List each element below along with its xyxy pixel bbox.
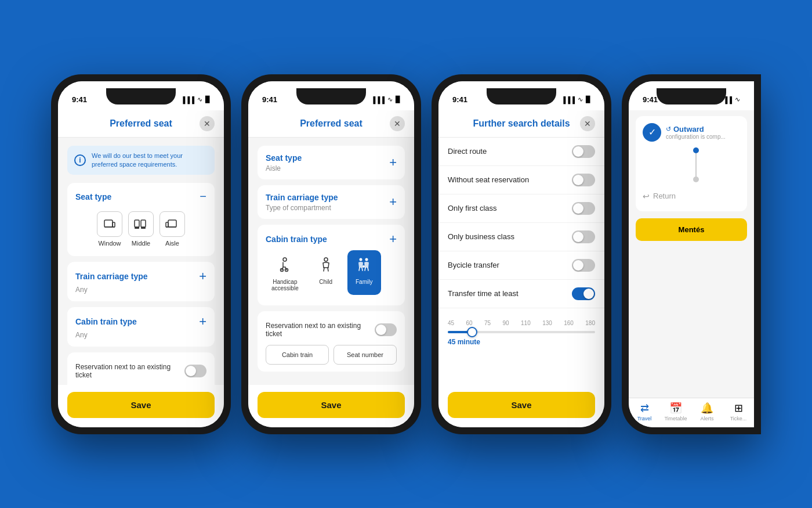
save-button-3[interactable]: Save — [448, 392, 595, 418]
timetable-icon: 📅 — [669, 402, 682, 415]
cabin-train-btn-2[interactable]: Cabin train — [266, 345, 329, 365]
info-icon-1: i — [74, 154, 86, 166]
tab-ticket[interactable]: ⊞ Ticke... — [723, 402, 754, 421]
family-option[interactable]: Family — [347, 250, 381, 295]
seat-type-expand[interactable]: + — [389, 155, 397, 170]
svg-line-22 — [368, 268, 368, 271]
status-icons-3: ▐▐▐ ∿ ▉ — [561, 96, 590, 103]
seat-type-section: Seat type − Window — [67, 183, 215, 256]
reservation-toggle[interactable] — [184, 365, 206, 377]
train-carriage-add[interactable]: + — [199, 269, 206, 284]
train-carriage-sub: Type of compartment — [266, 204, 338, 212]
aisle-seat-icon — [160, 211, 185, 237]
save-bar-1: Save — [58, 385, 224, 427]
child-option[interactable]: Child — [309, 250, 343, 295]
route-line — [652, 147, 740, 182]
reservation-label: Reservation next to an existing ticket — [75, 363, 184, 379]
middle-option[interactable]: Middle — [128, 211, 154, 247]
aisle-label: Aisle — [165, 240, 179, 247]
seat-number-btn-2[interactable]: Seat number — [334, 345, 397, 365]
family-label: Family — [356, 279, 372, 285]
status-icons-4: ▐▐ ∿ — [723, 96, 740, 103]
train-carriage-section: Train carriage type + Any — [67, 262, 215, 301]
train-carriage-title: Train carriage type — [75, 272, 148, 281]
train-carriage-expand[interactable]: + — [389, 194, 397, 210]
p4-screen: ✓ ↺ Outward configuration is comp... — [629, 110, 754, 398]
notch-2 — [296, 88, 366, 105]
train-carriage-header: Train carriage type + — [75, 269, 206, 284]
slider-marks: 45 60 75 90 110 130 160 180 — [448, 320, 595, 326]
business-class-toggle[interactable] — [572, 230, 595, 243]
seat-type-toggle[interactable]: − — [200, 190, 206, 203]
battery-icon-3: ▉ — [586, 96, 590, 103]
cabin-train-add[interactable]: + — [199, 314, 206, 329]
return-label: Return — [653, 192, 676, 200]
slider-thumb[interactable] — [467, 327, 477, 337]
alerts-icon: 🔔 — [701, 402, 713, 415]
action-buttons-2: Cabin train Seat number — [266, 345, 397, 365]
middle-seat-icon — [128, 211, 154, 237]
info-box-1: i We will do our best to meet your prefe… — [67, 146, 215, 175]
timetable-label: Timetable — [664, 416, 687, 421]
no-seat-reservation-toggle[interactable] — [572, 174, 595, 186]
bicycle-toggle[interactable] — [572, 259, 595, 272]
slider-track[interactable] — [448, 331, 595, 333]
svg-point-10 — [283, 258, 287, 261]
wifi-icon-2: ∿ — [387, 96, 393, 103]
signal-icon-2: ▐▐▐ — [371, 96, 385, 103]
direct-route-toggle[interactable] — [572, 145, 595, 158]
cabin-options: Handicapaccessible C — [266, 247, 397, 298]
seat-type-value-2: Aisle — [266, 164, 302, 172]
wifi-icon-3: ∿ — [578, 96, 583, 103]
svg-rect-6 — [141, 227, 146, 229]
signal-icon-3: ▐▐▐ — [561, 96, 575, 103]
slider-value: 45 minute — [448, 338, 595, 346]
handicap-option[interactable]: Handicapaccessible — [266, 250, 304, 295]
close-button-1[interactable]: ✕ — [200, 116, 215, 131]
outward-info: ↺ Outward configuration is comp... — [666, 125, 740, 140]
reservation-section: Reservation next to an existing ticket C… — [67, 352, 215, 384]
travel-icon: ⇄ — [640, 402, 649, 415]
route-dot-end — [693, 176, 699, 182]
close-button-3[interactable]: ✕ — [580, 116, 595, 131]
save-button-2[interactable]: Save — [258, 392, 405, 418]
svg-rect-8 — [166, 222, 168, 227]
reservation-row-2: Reservation next to an existing ticket — [266, 318, 397, 341]
svg-line-19 — [359, 268, 360, 271]
outward-sub: configuration is comp... — [666, 134, 740, 140]
seat-type-title: Seat type — [75, 192, 111, 201]
save-bar-3: Save — [438, 385, 604, 427]
cabin-train-expand[interactable]: + — [389, 232, 397, 247]
close-button-2[interactable]: ✕ — [390, 116, 405, 131]
return-row: ↩ Return — [643, 188, 740, 204]
ticket-icon: ⊞ — [734, 402, 743, 415]
signal-icon: ▐▐▐ — [181, 96, 194, 103]
reservation-row: Reservation next to an existing ticket — [75, 359, 206, 383]
outward-label: Outward — [673, 125, 704, 134]
modal-header-2: Preferred seat ✕ — [248, 110, 414, 138]
phones-container: 9:41 ▐▐▐ ∿ ▉ Preferred seat ✕ i We will … — [39, 51, 773, 457]
window-label: Window — [98, 240, 121, 247]
return-icon: ↩ — [643, 192, 650, 201]
svg-rect-5 — [135, 227, 139, 229]
reservation-toggle-2[interactable] — [375, 323, 397, 336]
tab-bar: ⇄ Travel 📅 Timetable 🔔 Alerts ⊞ Ticke... — [629, 398, 754, 427]
transfer-time-row: Transfer time at least — [438, 280, 604, 308]
tab-travel[interactable]: ⇄ Travel — [629, 402, 660, 421]
notch-4 — [657, 88, 726, 105]
save-button-1[interactable]: Save — [67, 392, 215, 418]
tab-timetable[interactable]: 📅 Timetable — [660, 402, 691, 421]
window-option[interactable]: Window — [97, 211, 122, 247]
reservation-section-2: Reservation next to an existing ticket C… — [258, 311, 405, 372]
cabin-train-title: Cabin train type — [75, 317, 137, 326]
transfer-time-toggle[interactable] — [572, 287, 595, 300]
mentes-button[interactable]: Mentés — [636, 218, 747, 241]
first-class-toggle[interactable] — [572, 202, 595, 215]
modal-body-1: i We will do our best to meet your prefe… — [58, 138, 224, 385]
aisle-option[interactable]: Aisle — [160, 211, 185, 247]
seat-options: Window Middle — [75, 209, 206, 249]
tab-alerts[interactable]: 🔔 Alerts — [691, 402, 723, 421]
bicycle-row: Bycicle transfer — [438, 251, 604, 280]
cabin-train-section: Cabin train type + Any — [67, 307, 215, 347]
status-time-2: 9:41 — [262, 95, 277, 104]
